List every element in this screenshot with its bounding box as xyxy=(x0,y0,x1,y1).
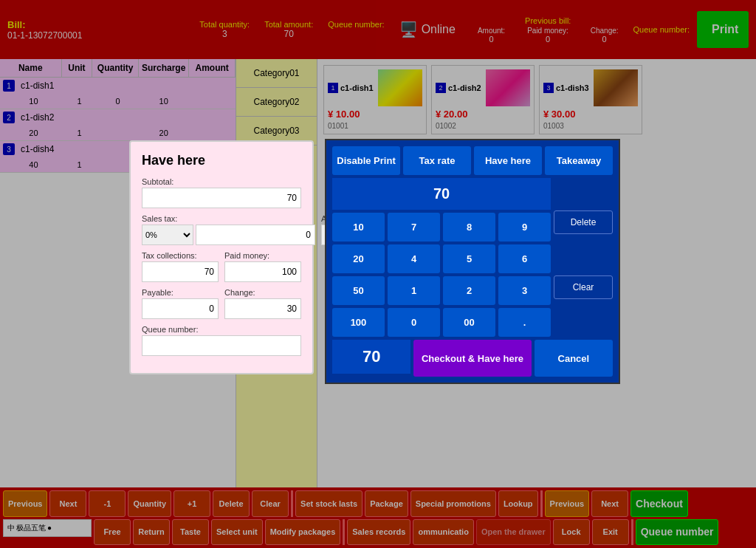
queue-number-dialog-input[interactable] xyxy=(142,335,301,356)
spacer xyxy=(554,178,613,208)
numpad-50[interactable]: 50 xyxy=(332,276,385,305)
sales-tax-inputs: 0% xyxy=(142,225,315,245)
numpad-total: 70 xyxy=(332,340,410,374)
have-here-dialog: Have here Subtotal: Sales tax: 0% Additi… xyxy=(129,140,314,374)
subtotal-row: Subtotal: xyxy=(142,177,301,208)
sales-tax-select[interactable]: 0% xyxy=(142,225,193,245)
numpad-3[interactable]: 3 xyxy=(498,276,551,305)
sales-tax-label: Sales tax: xyxy=(142,214,315,223)
numpad-4[interactable]: 4 xyxy=(388,244,440,273)
delete-button[interactable]: Delete xyxy=(554,210,613,234)
sales-tax-value[interactable] xyxy=(196,225,315,245)
sales-tax-section: Sales tax: 0% xyxy=(142,214,315,245)
numpad-0[interactable]: 0 xyxy=(388,308,440,337)
numpad-9[interactable]: 9 xyxy=(498,213,551,242)
clear-button[interactable]: Clear xyxy=(554,275,613,299)
numpad-right: Delete Clear xyxy=(554,178,613,337)
numpad-grid: 10 7 8 9 20 4 5 6 50 1 2 3 100 0 00 . xyxy=(332,213,551,337)
numpad-2[interactable]: 2 xyxy=(443,276,495,305)
cancel-button[interactable]: Cancel xyxy=(535,340,613,377)
numpad-6[interactable]: 6 xyxy=(498,244,551,273)
payable-input[interactable] xyxy=(142,298,219,319)
numpad-bottom: 70 Checkout & Have here Cancel xyxy=(332,340,613,377)
numpad-main: 70 10 7 8 9 20 4 5 6 50 1 2 3 100 0 00 xyxy=(332,178,613,337)
change-section: Change: xyxy=(224,288,301,319)
dialog-title: Have here xyxy=(142,153,301,168)
queue-number-row: Queue number: xyxy=(142,325,301,356)
have-here-button[interactable]: Have here xyxy=(474,146,542,175)
tax-row: Sales tax: 0% Additional tax: 0% xyxy=(142,214,301,245)
tax-collections-input[interactable] xyxy=(142,261,219,282)
change-dialog-input[interactable] xyxy=(224,298,301,319)
numpad-7[interactable]: 7 xyxy=(388,213,440,242)
subtotal-input[interactable] xyxy=(142,188,301,208)
tax-collections-label: Tax collections: xyxy=(142,251,219,260)
numpad-10[interactable]: 10 xyxy=(332,213,385,242)
numpad-top-row: Disable Print Tax rate Have here Takeawa… xyxy=(332,146,613,175)
payable-section: Payable: xyxy=(142,288,219,319)
tax-collections-section: Tax collections: xyxy=(142,251,219,282)
paid-money-section: Paid money: xyxy=(224,251,301,282)
paid-money-dialog-input[interactable] xyxy=(224,261,301,282)
queue-number-dialog-label: Queue number: xyxy=(142,325,301,334)
subtotal-label: Subtotal: xyxy=(142,177,301,186)
payable-row: Payable: Change: xyxy=(142,288,301,319)
change-dialog-label: Change: xyxy=(224,288,301,297)
disable-print-button[interactable]: Disable Print xyxy=(332,146,400,175)
numpad-display: 70 xyxy=(332,178,551,210)
numpad-left: 70 10 7 8 9 20 4 5 6 50 1 2 3 100 0 00 xyxy=(332,178,551,337)
numpad-dot[interactable]: . xyxy=(498,308,551,337)
numpad-20[interactable]: 20 xyxy=(332,244,385,273)
numpad-5[interactable]: 5 xyxy=(443,244,495,273)
checkout-have-here-button[interactable]: Checkout & Have here xyxy=(413,340,531,377)
tax-rate-button[interactable]: Tax rate xyxy=(403,146,471,175)
numpad-1[interactable]: 1 xyxy=(388,276,440,305)
takeaway-button[interactable]: Takeaway xyxy=(545,146,613,175)
numpad-100[interactable]: 100 xyxy=(332,308,385,337)
numpad-overlay: Disable Print Tax rate Have here Takeawa… xyxy=(325,139,620,384)
payable-label: Payable: xyxy=(142,288,219,297)
dialog-overlay: Have here Subtotal: Sales tax: 0% Additi… xyxy=(0,0,756,548)
numpad-00[interactable]: 00 xyxy=(443,308,495,337)
tax-collections-row: Tax collections: Paid money: xyxy=(142,251,301,282)
numpad-8[interactable]: 8 xyxy=(443,213,495,242)
paid-money-dialog-label: Paid money: xyxy=(224,251,301,260)
